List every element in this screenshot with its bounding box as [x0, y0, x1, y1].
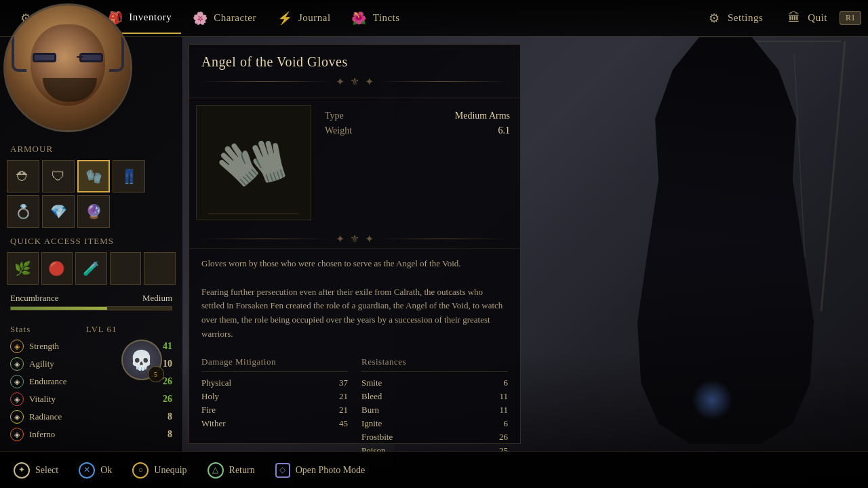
- radiance-name: Radiance: [29, 411, 162, 422]
- action-return[interactable]: △ Return: [208, 462, 255, 479]
- quick-slot-3-icon: 🧪: [83, 260, 100, 277]
- armor-slot-arms[interactable]: 🧤: [77, 160, 110, 192]
- item-title: Angel of the Void Gloves: [201, 54, 508, 70]
- arms-slot-icon: 🧤: [85, 168, 102, 184]
- deco-line-left: [201, 81, 330, 82]
- type-value: Medium Arms: [455, 110, 510, 121]
- bottom-action-bar: ✦ Select ✕ Ok ○ Unequip △ Return ◇ Open …: [0, 451, 868, 488]
- weight-label: Weight: [325, 125, 352, 136]
- nav-item-quit[interactable]: 🏛 Quit: [775, 3, 837, 33]
- nav-quit-label: Quit: [808, 12, 827, 24]
- webcam-overlay: [3, 3, 132, 132]
- journal-icon: ⚡: [275, 9, 294, 28]
- action-select[interactable]: ✦ Select: [14, 462, 58, 479]
- quick-slot-2-icon: 🔴: [48, 260, 65, 277]
- nav-item-journal[interactable]: ⚡ Journal: [266, 3, 340, 33]
- item-stats-top: Type Medium Arms Weight 6.1: [321, 105, 513, 220]
- vitality-name: Vitality: [29, 394, 157, 405]
- legs-slot-icon: 👖: [121, 168, 138, 184]
- mitigation-wither: Wither 45: [201, 417, 348, 430]
- stats-level: LVL 61: [86, 324, 117, 335]
- character-icon: 🌸: [191, 9, 210, 28]
- stats-header: Stats LVL 61 💀 5: [10, 321, 172, 338]
- resistance-ignite: Ignite 6: [361, 417, 508, 430]
- armor-grid: ⛑ 🛡 🧤 👖 💍 💎 🔮: [0, 157, 182, 230]
- vitality-value: 26: [163, 394, 172, 405]
- nav-item-character[interactable]: 🌸 Character: [181, 3, 266, 33]
- radiance-icon: ◈: [10, 410, 24, 424]
- mitigation-header: Damage Mitigation: [201, 357, 348, 372]
- encumbrance-bar: [10, 306, 172, 310]
- action-unequip[interactable]: ○ Unequip: [132, 462, 186, 479]
- mitigation-column: Damage Mitigation Physical 37 Holy 21 Fi…: [201, 357, 348, 458]
- armor-slot-ring2[interactable]: 💎: [42, 195, 75, 228]
- description-line-1: Gloves worn by those who were chosen to …: [201, 257, 508, 271]
- armor-slot-ring3[interactable]: 🔮: [77, 195, 110, 228]
- quick-access-label: Quick Access Items: [0, 230, 182, 249]
- photo-mode-label: Open Photo Mode: [296, 465, 366, 476]
- level-badge: 5: [148, 366, 164, 382]
- ring3-slot-icon: 🔮: [85, 203, 102, 220]
- armor-slot-chest[interactable]: 🛡: [42, 160, 75, 192]
- stat-row-inferno: ◈ Inferno 8: [10, 426, 172, 443]
- quick-slot-2[interactable]: 🔴: [41, 252, 73, 285]
- resistances-header: Resistances: [361, 357, 508, 372]
- quick-slot-4[interactable]: [110, 252, 142, 285]
- resistance-smite: Smite 6: [361, 376, 508, 390]
- nav-bar: ⚙ Equipment 🎒 Inventory 🌸 Character ⚡ Jo…: [0, 0, 868, 37]
- armor-section-label: Armour: [0, 138, 182, 157]
- item-decorative-top: ✦ ⚜ ✦: [201, 70, 508, 91]
- armor-slot-ring1[interactable]: 💍: [7, 195, 39, 228]
- return-button-icon: △: [208, 462, 224, 479]
- armor-slot-head[interactable]: ⛑: [7, 160, 39, 192]
- nav-character-label: Character: [214, 12, 256, 24]
- agility-icon: ◈: [10, 357, 24, 371]
- encumbrance-fill: [11, 307, 107, 310]
- quick-slot-3[interactable]: 🧪: [75, 252, 107, 285]
- quick-slot-1-icon: 🌿: [14, 260, 31, 277]
- chest-slot-icon: 🛡: [52, 169, 65, 184]
- nav-inventory-label: Inventory: [129, 12, 172, 23]
- webcam-face: [5, 5, 130, 130]
- character-portrait: 💀 5: [121, 340, 162, 380]
- description-line-2: Fearing further persecution even after t…: [201, 285, 508, 342]
- encumbrance-section: Encumbrance Medium: [0, 287, 182, 319]
- weight-value: 6.1: [498, 125, 511, 136]
- tincts-icon: 🌺: [350, 9, 369, 28]
- encumbrance-value: Medium: [142, 293, 172, 304]
- action-ok[interactable]: ✕ Ok: [79, 462, 112, 479]
- photo-mode-button-icon: ◇: [275, 463, 290, 478]
- mitigation-fire: Fire 21: [201, 403, 348, 417]
- vitality-icon: ◈: [10, 392, 24, 406]
- item-image-icon: 🧤: [208, 118, 299, 207]
- resistance-burn: Burn 11: [361, 403, 508, 417]
- quick-slot-5[interactable]: [144, 252, 176, 285]
- resistance-frostbite: Frostbite 26: [361, 430, 508, 444]
- radiance-value: 8: [167, 411, 172, 422]
- quit-icon: 🏛: [785, 9, 804, 28]
- nav-journal-label: Journal: [298, 12, 331, 24]
- item-detail-panel: Angel of the Void Gloves ✦ ⚜ ✦ 🧤 Type Me…: [189, 44, 521, 444]
- item-content-area: 🧤 Type Medium Arms Weight 6.1: [189, 98, 520, 227]
- inferno-name: Inferno: [29, 429, 162, 440]
- item-description: Gloves worn by those who were chosen to …: [189, 248, 520, 350]
- stat-row-vitality: ◈ Vitality 26: [10, 390, 172, 408]
- quick-slot-1[interactable]: 🌿: [7, 252, 39, 285]
- agility-value: 10: [163, 359, 172, 369]
- inferno-value: 8: [167, 429, 172, 440]
- action-photo-mode[interactable]: ◇ Open Photo Mode: [275, 463, 366, 478]
- nav-item-settings[interactable]: ⚙ Settings: [695, 3, 772, 33]
- nav-item-tincts[interactable]: 🌺 Tincts: [340, 3, 410, 33]
- endurance-value: 26: [163, 376, 172, 387]
- encumbrance-label-text: Encumbrance: [10, 293, 58, 304]
- armor-slot-legs[interactable]: 👖: [113, 160, 145, 192]
- quick-access-grid: 🌿 🔴 🧪: [0, 249, 182, 287]
- item-weight-row: Weight 6.1: [325, 123, 510, 138]
- type-label: Type: [325, 110, 344, 121]
- r1-badge: R1: [840, 11, 861, 25]
- ok-label: Ok: [100, 465, 112, 476]
- select-label: Select: [35, 465, 58, 476]
- unequip-label: Unequip: [154, 465, 186, 476]
- settings-icon: ⚙: [705, 9, 724, 28]
- resistance-column: Resistances Smite 6 Bleed 11 Burn 11 Ign…: [361, 357, 508, 458]
